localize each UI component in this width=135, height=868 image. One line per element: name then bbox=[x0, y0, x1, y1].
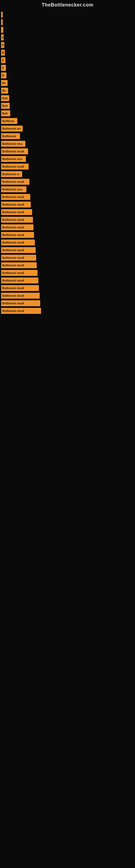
bar-item: Bottleneck result bbox=[1, 255, 36, 261]
bar-label: Bo bbox=[2, 82, 6, 85]
bar-label: Bottleneck result bbox=[2, 180, 24, 183]
bar-row bbox=[0, 12, 135, 18]
bar-item: Bottlenec bbox=[1, 118, 17, 124]
bar-item: Bottleneck result bbox=[1, 278, 38, 283]
bar-row: Bottleneck result bbox=[0, 293, 135, 299]
bar-item: E bbox=[1, 57, 5, 63]
bar-row: Bottleneck result bbox=[0, 308, 135, 314]
bar-item: Bottleneck resu bbox=[1, 186, 27, 192]
bar-item: Bottleneck result bbox=[1, 179, 30, 185]
bar-row: Bo bbox=[0, 88, 135, 94]
bar-label: E bbox=[2, 59, 4, 62]
bar-label: Bottleneck res bbox=[2, 127, 21, 130]
bar-row: Bottleneck result bbox=[0, 224, 135, 230]
bar-row: Bo bbox=[0, 80, 135, 86]
bar-label: E bbox=[2, 66, 4, 69]
bar-item: Bottleneck result bbox=[1, 163, 29, 169]
bar-item: Bottleneck re bbox=[1, 171, 22, 177]
bar-item: Bottleneck result bbox=[1, 217, 33, 223]
bar-item: E bbox=[1, 65, 6, 71]
bar-item: E bbox=[1, 34, 4, 40]
bar-item: E bbox=[1, 42, 4, 48]
bar-item: Bo bbox=[1, 88, 8, 94]
bar-item bbox=[1, 12, 3, 18]
bar-label: B bbox=[2, 74, 4, 77]
bar-row: Bottleneck result bbox=[0, 179, 135, 185]
bar-row: Bottleneck resu bbox=[0, 156, 135, 162]
bar-label: B bbox=[2, 51, 4, 54]
bar-row: Bottleneck bbox=[0, 133, 135, 139]
bar-label: Bottleneck bbox=[2, 135, 16, 138]
bar-row: B bbox=[0, 72, 135, 79]
bar-row: E bbox=[0, 34, 135, 40]
bar-row: Bottleneck result bbox=[0, 232, 135, 238]
bar-label: Bottleneck result bbox=[2, 165, 24, 168]
bar-row: Bottleneck result bbox=[0, 217, 135, 223]
bar-item: Bottleneck result bbox=[1, 270, 38, 276]
bar-item: Bottleneck result bbox=[1, 209, 32, 215]
bar-row: Bottleneck result bbox=[0, 255, 135, 261]
bar-item: Bottleneck result bbox=[1, 202, 31, 208]
bar-label: Bottleneck result bbox=[2, 287, 24, 290]
bar-item: Bottleneck res bbox=[1, 126, 23, 131]
bar-label: Bottleneck result bbox=[2, 310, 24, 312]
bar-item: Bottleneck result bbox=[1, 285, 39, 291]
bar-label: Bottleneck result bbox=[2, 211, 24, 214]
bar-row: Bott bbox=[0, 111, 135, 116]
bar-label: Bottleneck result bbox=[2, 264, 24, 267]
bar-item: Bottleneck result bbox=[1, 247, 36, 253]
bar-item: Bottleneck result bbox=[1, 232, 34, 238]
bar-item: Bottleneck result bbox=[1, 262, 37, 268]
bar-row: Bottlenec bbox=[0, 118, 135, 124]
bar-item: Bottleneck resu bbox=[1, 156, 26, 162]
bar-label: Bottleneck re bbox=[2, 173, 19, 176]
bar-row: Bottleneck resu bbox=[0, 141, 135, 147]
bar-label: E bbox=[2, 44, 4, 46]
site-title: TheBottlenecker.com bbox=[0, 0, 135, 9]
bar-item: Bottleneck result bbox=[1, 148, 28, 154]
bar-label: Bott bbox=[2, 112, 8, 115]
bar-label: Bottleneck result bbox=[2, 226, 24, 229]
bar-item: Bottleneck resu bbox=[1, 141, 26, 147]
bar-row: E bbox=[0, 42, 135, 48]
bar-label: Bottleneck result bbox=[2, 302, 24, 305]
bar-row: Bottleneck result bbox=[0, 270, 135, 276]
bar-label: Bottleneck resu bbox=[2, 143, 22, 145]
bar-label: Bott bbox=[2, 104, 8, 107]
bar-label: Bottleneck result bbox=[2, 249, 24, 252]
bar-item: Bottleneck result bbox=[1, 194, 30, 200]
bar-row: E bbox=[0, 57, 135, 63]
bar-item: B bbox=[1, 50, 5, 56]
bar-label: Bottlenec bbox=[2, 120, 14, 123]
bar-label: Bottleneck result bbox=[2, 195, 24, 198]
bar-label: Bottleneck result bbox=[2, 294, 24, 297]
bar-row: B bbox=[0, 50, 135, 56]
bar-row bbox=[0, 19, 135, 25]
bar-item: Bott bbox=[1, 103, 10, 109]
bar-label: E bbox=[2, 36, 4, 39]
bar-row: Bottleneck result bbox=[0, 163, 135, 169]
bar-row: Bottleneck result bbox=[0, 194, 135, 200]
bar-item bbox=[1, 27, 3, 33]
bar-row: Bottleneck result bbox=[0, 202, 135, 208]
bar-label: Bottleneck result bbox=[2, 150, 24, 153]
bar-label: Bottleneck resu bbox=[2, 158, 22, 161]
bar-label: Bottleneck result bbox=[2, 241, 24, 244]
bar-label: Bottleneck result bbox=[2, 279, 24, 282]
bar-label: Bott bbox=[2, 97, 8, 100]
bar-row: Bottleneck res bbox=[0, 126, 135, 131]
bar-item: B bbox=[1, 72, 6, 79]
bar-item: Bottleneck result bbox=[1, 240, 35, 246]
bar-row: Bottleneck resu bbox=[0, 186, 135, 192]
bar-row: Bottleneck result bbox=[0, 247, 135, 253]
bar-label: Bottleneck result bbox=[2, 256, 24, 259]
bar-item: Bottleneck bbox=[1, 133, 20, 139]
bars-container: EEBEEBBoBoBottBottBottBottlenecBottlenec… bbox=[0, 9, 135, 315]
bar-row: Bottleneck result bbox=[0, 278, 135, 283]
bar-label: Bottleneck result bbox=[2, 234, 24, 237]
bar-label: Bo bbox=[2, 89, 6, 92]
bar-label: Bottleneck result bbox=[2, 203, 24, 206]
bar-item: Bo bbox=[1, 80, 8, 86]
bar-item: Bottleneck result bbox=[1, 308, 41, 314]
bar-row: Bott bbox=[0, 95, 135, 101]
